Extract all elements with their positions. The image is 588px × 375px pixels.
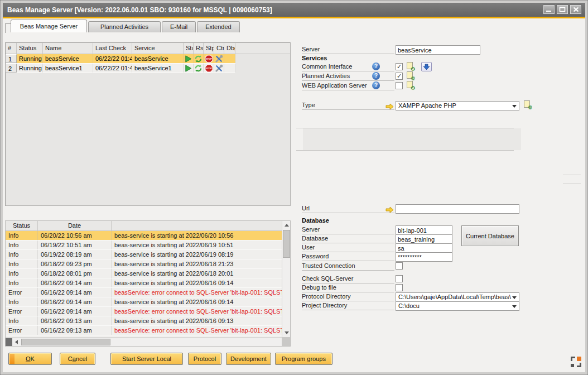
log-row[interactable]: Error06/16/22 09:13 ambeasService: error… [6,326,282,335]
log-column-header-status[interactable]: Status [6,221,38,230]
tab-extended[interactable]: Extended [197,21,239,32]
title-bar: Beas Manage Server [Version: 2022.06.00.… [3,3,585,17]
row-number: 1 [6,54,17,63]
log-date-cell: 06/18/22 08:01 pm [38,269,112,278]
program-groups-button[interactable]: Program groups [275,353,332,365]
start-icon[interactable] [184,64,194,73]
log-row[interactable]: Info06/16/22 09:13 ambeas-service is sta… [6,316,282,326]
scroll-down-button[interactable] [282,329,291,337]
log-row[interactable]: Error06/16/22 09:14 ambeasService: error… [6,288,282,297]
control-tools-icon[interactable] [214,54,224,63]
log-row[interactable]: Info06/19/22 10:51 ambeas-service is sta… [6,241,282,250]
log-row[interactable]: Info06/16/22 09:14 ambeas-service is sta… [6,278,282,288]
log-row[interactable]: Error06/16/22 09:14 ambeasService: error… [6,307,282,316]
column-header-[interactable]: # [6,43,17,54]
service-row[interactable]: 2RunningbeasService106/22/22 01:49beasSe… [6,64,235,73]
scroll-up-button[interactable] [282,221,291,229]
log-date-cell: 06/16/22 09:14 am [38,297,112,306]
log-column-header-message[interactable] [112,221,282,230]
close-button[interactable] [570,4,582,15]
column-header-ctrl[interactable]: Ctrl [214,43,224,54]
cancel-button[interactable]: Cancel [60,353,95,365]
project-directory-dropdown[interactable]: C:\docu [396,301,519,311]
column-header-status[interactable]: Status [17,43,43,54]
db-user-input[interactable] [396,243,452,253]
column-header-service[interactable]: Service [132,43,184,54]
horizontal-scroll-thumb[interactable] [21,339,110,345]
type-settings-icon[interactable]: ⚙ [524,100,532,109]
maximize-button[interactable] [556,4,568,15]
trusted-connection-checkbox[interactable] [396,262,403,270]
column-header-dbg[interactable]: Dbg [224,43,235,54]
status-cell: Running [17,64,43,73]
download-icon[interactable] [421,62,432,71]
log-row[interactable]: Info06/19/22 08:19 ambeas-service is sta… [6,250,282,259]
link-arrow-icon[interactable] [385,102,394,112]
service-option-checkbox[interactable] [396,82,403,89]
tab-e-mail[interactable]: E-Mail [162,21,196,32]
restart-icon[interactable] [194,64,204,73]
service-settings-icon[interactable]: ⚙ [407,81,415,90]
db-server-input[interactable] [396,225,452,235]
restart-icon[interactable] [194,54,204,63]
side-divider [563,184,581,184]
start-server-local-button[interactable]: Start Server Local [110,353,183,365]
chevron-left-icon[interactable] [15,340,18,344]
stop-icon[interactable]: STOP [204,64,214,73]
service-settings-icon[interactable]: ⚙ [407,71,415,80]
service-option-checkbox[interactable]: ✓ [396,73,403,80]
log-row[interactable]: Info06/18/22 09:23 pmbeas-service is sta… [6,259,282,269]
scrollbar-grip[interactable] [6,338,12,346]
log-status-cell: Info [6,241,38,249]
help-icon[interactable]: ? [372,81,380,89]
column-header-last-check[interactable]: Last Check [93,43,132,54]
footer-button-bar: OKCancelStart Server LocalProtocolDevelo… [1,353,588,366]
db-server-label: Server [302,226,394,234]
log-date-cell: 06/16/22 09:14 am [38,307,112,316]
help-icon[interactable]: ? [372,62,380,70]
type-dropdown[interactable]: XAMPP Apache PHP [396,101,519,110]
stop-icon[interactable]: STOP [204,54,214,63]
service-settings-icon[interactable]: ⚙ [407,62,415,71]
log-row[interactable]: Info06/18/22 08:01 pmbeas-service is sta… [6,269,282,278]
start-icon[interactable] [184,54,194,63]
service-cell: beasService1 [132,64,184,73]
protocol-directory-dropdown[interactable]: C:\Users\gaje\AppData\Local\Temp\beas\ [396,292,519,302]
protocol-button[interactable]: Protocol [188,353,221,365]
log-row[interactable]: Info06/16/22 09:14 ambeas-service is sta… [6,297,282,307]
tab-beas-manage-server[interactable]: Beas Manage Server [11,20,87,32]
accent-line [3,17,585,18]
ok-button[interactable]: OK [8,353,52,365]
current-database-button[interactable]: Current Database [461,225,519,246]
vertical-scroll-thumb[interactable] [283,230,290,258]
development-button[interactable]: Development [226,353,271,365]
db-password-input[interactable] [396,252,452,262]
server-name-input[interactable] [396,45,480,55]
log-vertical-scrollbar[interactable] [282,221,290,337]
log-status-cell: Error [6,288,38,297]
column-header-rst[interactable]: Rst [194,43,204,54]
resize-grip-icon[interactable] [571,357,581,367]
help-icon[interactable]: ? [372,72,380,80]
type-value: XAMPP Apache PHP [398,102,456,109]
check-sql-checkbox[interactable] [396,275,403,282]
db-user-label: User [302,244,394,252]
debug-to-file-checkbox[interactable] [396,284,403,291]
link-arrow-icon[interactable] [385,205,394,215]
url-input[interactable] [396,204,519,214]
log-message-cell: beas-service is starting at 2022/06/18 2… [112,269,282,278]
minimize-button[interactable] [543,4,555,15]
db-name-input[interactable] [396,234,452,244]
app-window: Beas Manage Server [Version: 2022.06.00.… [0,0,588,375]
log-column-header-date[interactable]: Date [38,221,112,230]
log-row[interactable]: Info06/20/22 10:56 ambeas-service is sta… [6,231,282,241]
column-header-stp[interactable]: Stp [204,43,214,54]
log-horizontal-scrollbar[interactable] [6,337,290,346]
disabled-area [303,128,521,150]
service-row[interactable]: 1RunningbeasService06/22/22 01:49beasSer… [6,54,235,64]
control-tools-icon[interactable] [214,64,224,73]
column-header-name[interactable]: Name [43,43,93,54]
column-header-sta[interactable]: Sta [184,43,194,54]
tab-planned-activities[interactable]: Planned Activities [88,21,161,32]
service-option-checkbox[interactable]: ✓ [396,63,403,70]
